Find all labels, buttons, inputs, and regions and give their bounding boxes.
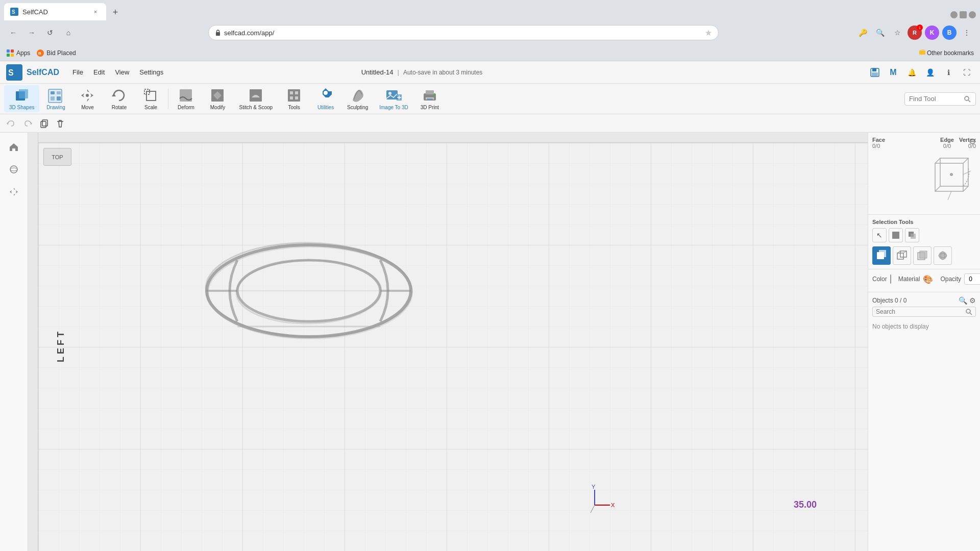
profile-button-k[interactable]: K <box>925 26 939 40</box>
solid-shape-button[interactable] <box>872 246 891 265</box>
m-button[interactable]: M <box>886 65 900 80</box>
stitch-scoop-icon <box>248 87 264 104</box>
forward-button[interactable]: → <box>24 26 39 40</box>
view-top-button[interactable]: TOP <box>43 148 71 166</box>
objects-settings-icon[interactable]: ⚙ <box>969 296 976 305</box>
profile-button-b[interactable]: B <box>942 26 957 40</box>
other-bookmarks[interactable]: Other bookmarks <box>919 49 974 57</box>
tools-icon <box>286 87 302 104</box>
back-button[interactable]: ← <box>6 26 20 40</box>
face-label: Face <box>872 137 885 143</box>
main-content: LEFT X Y <box>0 133 980 551</box>
reload-button[interactable]: ↺ <box>43 26 57 40</box>
svg-point-83 <box>950 173 953 176</box>
modify-label: Modify <box>210 105 225 110</box>
toolbar-image-to-3d[interactable]: Image To 3D <box>374 85 413 112</box>
bookmark-star-icon[interactable]: ☆ <box>890 26 904 40</box>
toolbar-rotate[interactable]: Rotate <box>104 85 134 112</box>
maximize-button[interactable] <box>960 11 967 18</box>
view-top-button-area[interactable]: TOP <box>43 148 71 166</box>
svg-point-95 <box>939 252 947 260</box>
toolbar-deform[interactable]: Deform <box>170 85 201 112</box>
grid-viewport[interactable]: LEFT X Y <box>38 143 868 551</box>
zoom-icon[interactable]: 🔍 <box>873 26 887 40</box>
box-select-button[interactable] <box>889 228 903 242</box>
menu-edit[interactable]: Edit <box>88 65 110 79</box>
view-settings-button[interactable]: ⚙ <box>969 137 976 146</box>
sphere-shape-button[interactable] <box>934 246 952 265</box>
tab-close-button[interactable]: × <box>91 7 100 16</box>
sphere-icon <box>937 250 948 261</box>
toolbar-scale[interactable]: Scale <box>135 85 166 112</box>
3d-view-cube[interactable] <box>925 153 976 204</box>
toolbar-modify[interactable]: Modify <box>202 85 233 112</box>
arrow-select-button[interactable]: ↖ <box>872 228 887 242</box>
toolbar-stitch-scoop[interactable]: Stitch & Scoop <box>234 85 278 112</box>
wireframe-shape-button[interactable] <box>893 246 911 265</box>
home-view-button[interactable] <box>6 139 22 155</box>
fullscreen-button[interactable]: ⛶ <box>960 65 974 80</box>
svg-point-55 <box>10 166 17 173</box>
3d-print-icon <box>422 87 438 104</box>
svg-rect-62 <box>38 143 868 551</box>
3d-select-button[interactable] <box>905 228 919 242</box>
svg-text:Y: Y <box>592 484 596 490</box>
toolbar-3d-print[interactable]: 3D Print <box>414 85 445 112</box>
copy-button[interactable] <box>37 116 51 131</box>
opacity-input[interactable] <box>964 273 980 285</box>
svg-rect-30 <box>146 91 156 101</box>
home-button[interactable]: ⌂ <box>61 26 76 40</box>
svg-point-56 <box>10 168 17 171</box>
delete-button[interactable] <box>53 116 67 131</box>
pan-button[interactable] <box>6 184 22 200</box>
orbit-icon <box>9 164 19 174</box>
svg-rect-18 <box>48 89 62 103</box>
toolbar-tools[interactable]: Tools <box>279 85 309 112</box>
objects-search-icon[interactable]: 🔍 <box>959 296 967 305</box>
new-tab-button[interactable]: + <box>108 5 122 19</box>
viewport[interactable]: LEFT X Y <box>38 133 868 551</box>
toolbar-move[interactable]: Move <box>72 85 103 112</box>
menu-dots-icon[interactable]: ⋮ <box>960 26 974 40</box>
bookmark-bid-placed[interactable]: B Bid Placed <box>36 49 76 57</box>
close-button[interactable] <box>969 11 976 18</box>
svg-rect-84 <box>892 232 899 239</box>
menu-settings[interactable]: Settings <box>134 65 168 79</box>
notification-bell-button[interactable]: 🔔 <box>904 65 919 80</box>
3d-cube-area[interactable] <box>872 153 976 204</box>
menu-file[interactable]: File <box>67 65 88 79</box>
save-button[interactable] <box>868 65 882 80</box>
bookmark-apps[interactable]: Apps <box>6 49 30 57</box>
drawing-icon <box>47 87 64 104</box>
toolbar-sculpting[interactable]: Sculpting <box>342 85 373 112</box>
find-tool-input[interactable] <box>909 95 960 103</box>
account-button[interactable]: 👤 <box>923 65 937 80</box>
tools-label: Tools <box>288 105 300 110</box>
minimize-button[interactable] <box>950 11 958 18</box>
hollow-shape-button[interactable] <box>913 246 932 265</box>
active-tab[interactable]: S SelfCAD × <box>4 3 106 20</box>
star-icon[interactable] <box>705 29 712 36</box>
toolbar-utilities[interactable]: Utilities <box>310 85 341 112</box>
redo-button[interactable] <box>20 116 35 131</box>
svg-marker-57 <box>14 188 15 191</box>
menu-view[interactable]: View <box>110 65 134 79</box>
canvas-area[interactable]: LEFT X Y <box>28 133 868 551</box>
selfcad-app: S SelfCAD File Edit View Settings Untitl… <box>0 61 980 551</box>
toolbar-3d-shapes[interactable]: 3D Shapes <box>4 85 39 112</box>
undo-button[interactable] <box>4 116 18 131</box>
address-bar[interactable]: selfcad.com/app/ <box>208 25 719 40</box>
apps-bookmark-label: Apps <box>16 49 30 57</box>
password-manager-icon[interactable]: 🔑 <box>855 26 870 40</box>
find-tool-input-container[interactable] <box>904 92 976 106</box>
objects-search-container[interactable] <box>872 307 976 317</box>
material-icon[interactable]: 🎨 <box>923 274 933 284</box>
help-button[interactable]: ℹ <box>941 65 955 80</box>
image-to-3d-label: Image To 3D <box>379 105 408 110</box>
toolbar-drawing[interactable]: Drawing <box>40 85 71 112</box>
svg-marker-3 <box>705 30 712 36</box>
orbit-button[interactable] <box>6 161 22 178</box>
objects-search-input[interactable] <box>876 308 963 315</box>
browser-frame: S SelfCAD × + ← → ↺ ⌂ selfcad.com/app/ <box>0 0 980 551</box>
color-swatch[interactable] <box>890 274 891 284</box>
